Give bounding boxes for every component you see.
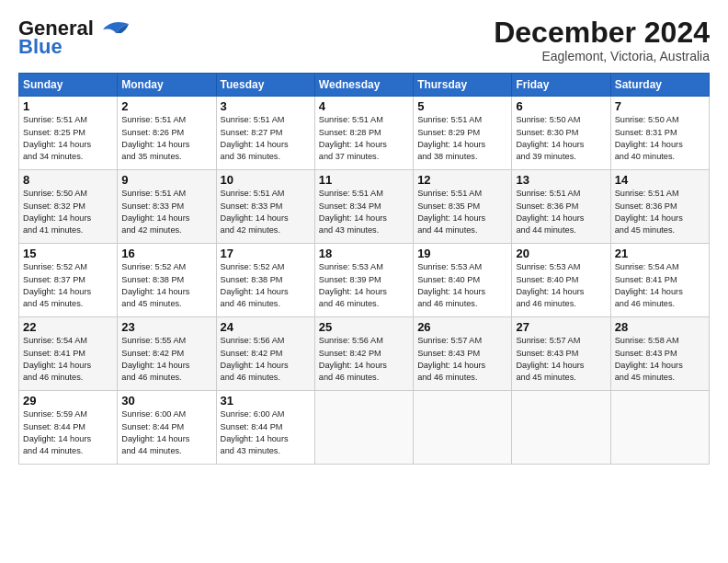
table-row: 6Sunrise: 5:50 AM Sunset: 8:30 PM Daylig…	[512, 97, 610, 170]
day-number: 3	[221, 99, 311, 113]
table-row	[512, 391, 610, 465]
day-info: Sunrise: 5:58 AM Sunset: 8:43 PM Dayligh…	[615, 335, 705, 384]
day-number: 24	[221, 320, 311, 334]
calendar-header-row: Sunday Monday Tuesday Wednesday Thursday…	[19, 74, 710, 97]
table-row	[314, 391, 413, 465]
day-info: Sunrise: 5:51 AM Sunset: 8:27 PM Dayligh…	[221, 114, 311, 163]
calendar-table: Sunday Monday Tuesday Wednesday Thursday…	[18, 73, 710, 465]
day-info: Sunrise: 5:57 AM Sunset: 8:43 PM Dayligh…	[417, 335, 507, 384]
day-info: Sunrise: 5:51 AM Sunset: 8:29 PM Dayligh…	[417, 114, 507, 163]
day-number: 12	[417, 173, 507, 187]
col-saturday: Saturday	[610, 74, 709, 97]
table-row	[414, 391, 512, 465]
day-number: 15	[23, 247, 113, 260]
day-info: Sunrise: 5:50 AM Sunset: 8:32 PM Dayligh…	[23, 188, 113, 236]
table-row: 9Sunrise: 5:51 AM Sunset: 8:33 PM Daylig…	[118, 170, 216, 244]
day-number: 26	[417, 320, 507, 334]
day-info: Sunrise: 5:51 AM Sunset: 8:33 PM Dayligh…	[121, 188, 211, 236]
day-number: 25	[319, 320, 409, 334]
col-wednesday: Wednesday	[314, 74, 413, 97]
day-info: Sunrise: 5:57 AM Sunset: 8:43 PM Dayligh…	[516, 335, 606, 384]
day-number: 29	[23, 394, 113, 408]
day-number: 22	[23, 320, 113, 334]
day-info: Sunrise: 5:51 AM Sunset: 8:33 PM Dayligh…	[221, 188, 311, 236]
table-row: 2Sunrise: 5:51 AM Sunset: 8:26 PM Daylig…	[118, 97, 216, 170]
page: General Blue December 2024 Eaglemont, Vi…	[0, 0, 728, 563]
col-thursday: Thursday	[414, 74, 512, 97]
day-info: Sunrise: 5:51 AM Sunset: 8:36 PM Dayligh…	[615, 188, 705, 236]
table-row: 19Sunrise: 5:53 AM Sunset: 8:40 PM Dayli…	[414, 244, 512, 317]
day-number: 7	[615, 99, 705, 113]
day-info: Sunrise: 5:52 AM Sunset: 8:38 PM Dayligh…	[121, 261, 211, 310]
day-number: 10	[221, 173, 311, 187]
table-row: 13Sunrise: 5:51 AM Sunset: 8:36 PM Dayli…	[512, 170, 610, 244]
table-row: 15Sunrise: 5:52 AM Sunset: 8:37 PM Dayli…	[19, 244, 118, 317]
col-monday: Monday	[118, 74, 216, 97]
table-row: 24Sunrise: 5:56 AM Sunset: 8:42 PM Dayli…	[216, 317, 314, 391]
col-friday: Friday	[512, 74, 610, 97]
day-number: 23	[121, 320, 211, 334]
day-info: Sunrise: 5:53 AM Sunset: 8:39 PM Dayligh…	[319, 261, 409, 310]
table-row: 3Sunrise: 5:51 AM Sunset: 8:27 PM Daylig…	[216, 97, 314, 170]
day-info: Sunrise: 5:52 AM Sunset: 8:37 PM Dayligh…	[23, 261, 113, 310]
calendar-week-row: 1Sunrise: 5:51 AM Sunset: 8:25 PM Daylig…	[19, 97, 710, 170]
table-row: 8Sunrise: 5:50 AM Sunset: 8:32 PM Daylig…	[19, 170, 118, 244]
calendar-week-row: 15Sunrise: 5:52 AM Sunset: 8:37 PM Dayli…	[19, 244, 710, 317]
day-info: Sunrise: 5:53 AM Sunset: 8:40 PM Dayligh…	[417, 261, 507, 310]
table-row: 14Sunrise: 5:51 AM Sunset: 8:36 PM Dayli…	[610, 170, 709, 244]
day-number: 4	[319, 99, 409, 113]
day-number: 30	[121, 394, 211, 408]
day-number: 16	[121, 247, 211, 260]
table-row: 12Sunrise: 5:51 AM Sunset: 8:35 PM Dayli…	[414, 170, 512, 244]
day-info: Sunrise: 5:51 AM Sunset: 8:35 PM Dayligh…	[417, 188, 507, 236]
table-row: 28Sunrise: 5:58 AM Sunset: 8:43 PM Dayli…	[610, 317, 709, 391]
table-row: 27Sunrise: 5:57 AM Sunset: 8:43 PM Dayli…	[512, 317, 610, 391]
calendar-week-row: 22Sunrise: 5:54 AM Sunset: 8:41 PM Dayli…	[19, 317, 710, 391]
day-number: 2	[121, 99, 211, 113]
day-number: 14	[615, 173, 705, 187]
table-row: 11Sunrise: 5:51 AM Sunset: 8:34 PM Dayli…	[314, 170, 413, 244]
logo-bird-icon	[96, 17, 131, 37]
day-number: 17	[221, 247, 311, 260]
day-number: 19	[417, 247, 507, 260]
day-number: 20	[516, 247, 606, 260]
day-number: 8	[23, 173, 113, 187]
table-row: 25Sunrise: 5:56 AM Sunset: 8:42 PM Dayli…	[314, 317, 413, 391]
day-info: Sunrise: 5:51 AM Sunset: 8:26 PM Dayligh…	[121, 114, 211, 163]
table-row: 30Sunrise: 6:00 AM Sunset: 8:44 PM Dayli…	[118, 391, 216, 465]
day-number: 1	[23, 99, 113, 113]
day-info: Sunrise: 5:56 AM Sunset: 8:42 PM Dayligh…	[319, 335, 409, 384]
day-number: 5	[417, 99, 507, 113]
table-row: 22Sunrise: 5:54 AM Sunset: 8:41 PM Dayli…	[19, 317, 118, 391]
day-info: Sunrise: 5:56 AM Sunset: 8:42 PM Dayligh…	[221, 335, 311, 384]
table-row: 31Sunrise: 6:00 AM Sunset: 8:44 PM Dayli…	[216, 391, 314, 465]
day-info: Sunrise: 5:54 AM Sunset: 8:41 PM Dayligh…	[615, 261, 705, 310]
table-row: 21Sunrise: 5:54 AM Sunset: 8:41 PM Dayli…	[610, 244, 709, 317]
day-number: 28	[615, 320, 705, 334]
day-info: Sunrise: 6:00 AM Sunset: 8:44 PM Dayligh…	[121, 408, 211, 457]
title-block: December 2024 Eaglemont, Victoria, Austr…	[494, 17, 710, 63]
day-info: Sunrise: 5:51 AM Sunset: 8:36 PM Dayligh…	[516, 188, 606, 236]
day-info: Sunrise: 5:59 AM Sunset: 8:44 PM Dayligh…	[23, 408, 113, 457]
day-number: 18	[319, 247, 409, 260]
day-info: Sunrise: 5:51 AM Sunset: 8:25 PM Dayligh…	[23, 114, 113, 163]
day-info: Sunrise: 5:54 AM Sunset: 8:41 PM Dayligh…	[23, 335, 113, 384]
day-info: Sunrise: 5:50 AM Sunset: 8:30 PM Dayligh…	[516, 114, 606, 163]
day-info: Sunrise: 5:51 AM Sunset: 8:34 PM Dayligh…	[319, 188, 409, 236]
col-tuesday: Tuesday	[216, 74, 314, 97]
header: General Blue December 2024 Eaglemont, Vi…	[18, 17, 710, 63]
location-subtitle: Eaglemont, Victoria, Australia	[494, 49, 710, 63]
day-number: 21	[615, 247, 705, 260]
day-info: Sunrise: 5:51 AM Sunset: 8:28 PM Dayligh…	[319, 114, 409, 163]
month-title: December 2024	[494, 17, 710, 49]
day-info: Sunrise: 5:52 AM Sunset: 8:38 PM Dayligh…	[221, 261, 311, 310]
table-row: 10Sunrise: 5:51 AM Sunset: 8:33 PM Dayli…	[216, 170, 314, 244]
day-info: Sunrise: 5:53 AM Sunset: 8:40 PM Dayligh…	[516, 261, 606, 310]
day-number: 11	[319, 173, 409, 187]
day-number: 13	[516, 173, 606, 187]
day-number: 27	[516, 320, 606, 334]
day-info: Sunrise: 6:00 AM Sunset: 8:44 PM Dayligh…	[221, 408, 311, 457]
table-row: 4Sunrise: 5:51 AM Sunset: 8:28 PM Daylig…	[314, 97, 413, 170]
table-row: 1Sunrise: 5:51 AM Sunset: 8:25 PM Daylig…	[19, 97, 118, 170]
logo: General Blue	[18, 17, 131, 59]
